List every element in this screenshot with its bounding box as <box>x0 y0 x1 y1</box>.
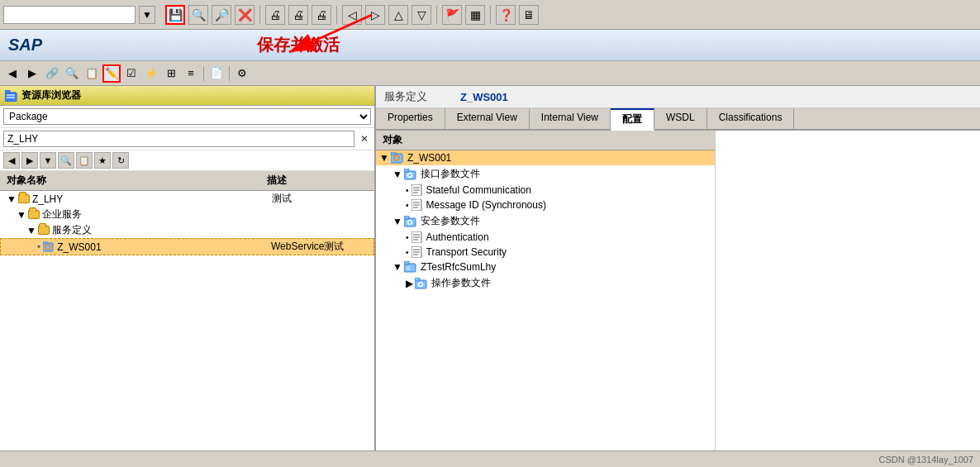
obj-label-security: 安全参数文件 <box>421 214 711 228</box>
layout2-icon: ≡ <box>188 67 194 79</box>
activate-icon: ⚡ <box>145 67 158 79</box>
tree-label-z-ws001: Z_WS001 <box>57 241 271 253</box>
check-btn[interactable]: ☑ <box>122 64 140 83</box>
obj-row-interface-params[interactable]: ▼ 接口参数文件 <box>376 165 715 183</box>
folder-icon-z-lhy <box>18 194 30 203</box>
layout2-btn[interactable]: ≡ <box>182 64 200 83</box>
package-dropdown[interactable]: Package <box>3 108 371 125</box>
browser-refresh-btn[interactable]: ↻ <box>112 152 129 169</box>
back-icon: ◀ <box>8 67 17 79</box>
browser-search-btn[interactable]: 🔍 <box>58 152 74 169</box>
settings-btn[interactable]: ⚙ <box>233 64 251 83</box>
right-panel: 服务定义 Z_WS001 Properties External View In… <box>376 86 980 450</box>
separator-2 <box>336 6 337 24</box>
find-button[interactable]: 🔍 <box>188 5 208 25</box>
search2-btn[interactable]: 🔍 <box>63 64 81 83</box>
obj-row-z-ws001[interactable]: ▼ Z_WS001 <box>376 150 715 165</box>
tree-bullet: • <box>37 241 40 253</box>
search2-icon: 🔍 <box>65 67 78 79</box>
obj-row-rfc[interactable]: ▼ ⚙ ZTestRfcSumLhy <box>376 260 715 274</box>
help-button[interactable]: ❓ <box>496 5 516 25</box>
left-panel: 资源库浏览器 Package ✕ ◀ ▶ ▼ 🔍 📋 ★ ↻ 对象名称 描述 <box>0 86 376 450</box>
browser-fwd-btn[interactable]: ▶ <box>21 152 38 169</box>
copy-btn[interactable]: 📋 <box>83 64 101 83</box>
nav-fwd-button[interactable]: ▷ <box>365 5 385 25</box>
tabs-row: Properties External View Internal View 配… <box>376 108 980 131</box>
panel-title-icon <box>5 90 18 102</box>
forward-icon: ▶ <box>28 67 36 79</box>
tree-item-service-def[interactable]: ▼ 服务定义 <box>0 222 374 238</box>
clear-button[interactable]: ✕ <box>358 132 371 145</box>
obj-label-auth: Authentication <box>426 231 711 243</box>
tab-internal-view[interactable]: Internal View <box>530 108 611 129</box>
print-button[interactable]: 🖨 <box>265 5 285 25</box>
hierarchy-icon: 🔗 <box>45 67 59 79</box>
browser-filter-btn[interactable]: ▼ <box>40 152 56 169</box>
tree-item-enterprise[interactable]: ▼ 企业服务 <box>0 207 374 222</box>
flag-icon: 🚩 <box>445 8 459 21</box>
obj-label-rfc: ZTestRfcSumLhy <box>421 261 711 273</box>
right-content-area: 对象 ▼ Z_WS001 ▼ <box>376 131 980 450</box>
col-header-desc: 描述 <box>264 172 371 189</box>
tree-item-z-lhy[interactable]: ▼ Z_LHY 测试 <box>0 191 374 207</box>
tab-classifications[interactable]: Classifications <box>707 108 795 129</box>
obj-doc-icon-4 <box>412 246 423 258</box>
save-activate-button[interactable]: 💾 <box>165 5 185 25</box>
obj-label-transport: Transport Security <box>426 246 711 258</box>
obj-row-transport[interactable]: • Transport Security <box>376 245 715 260</box>
forward-btn[interactable]: ▶ <box>23 64 41 83</box>
obj-label-z-ws001: Z_WS001 <box>407 152 711 164</box>
obj-row-stateful[interactable]: • Stateful Communication <box>376 183 715 198</box>
obj-row-operation-params[interactable]: ▶ 操作参数文件 <box>376 274 715 292</box>
search-input[interactable] <box>3 131 354 147</box>
svg-rect-38 <box>415 278 420 281</box>
svg-rect-35 <box>404 261 409 264</box>
layout-button[interactable]: ▦ <box>465 5 485 25</box>
obj-label-interface: 接口参数文件 <box>421 167 711 181</box>
separator-4 <box>490 6 491 24</box>
save-annotation-text: 保存并激活 <box>257 34 340 56</box>
hierarchy-btn[interactable]: 🔗 <box>43 64 61 83</box>
obj-expand-3: ▼ <box>392 261 402 273</box>
obj-row-security-params[interactable]: ▼ 安全参数文件 <box>376 212 715 230</box>
tab-external-view[interactable]: External View <box>445 108 530 129</box>
command-dropdown[interactable]: ▼ <box>139 6 155 24</box>
nav-back-button[interactable]: ◁ <box>342 5 362 25</box>
tree-label-z-lhy: Z_LHY <box>32 193 272 205</box>
svg-rect-13 <box>404 169 409 172</box>
browser-copy2-btn[interactable]: 📋 <box>76 152 93 169</box>
tab-config[interactable]: 配置 <box>611 108 654 131</box>
service-name: Z_WS001 <box>460 91 508 103</box>
browser-star-btn[interactable]: ★ <box>94 152 111 169</box>
print2-button[interactable]: 🖨 <box>288 5 308 25</box>
close-search-button[interactable]: ❌ <box>235 5 255 25</box>
obj-expand-0: ▼ <box>379 152 389 164</box>
svg-rect-7 <box>43 241 47 244</box>
nav-down-icon: ▽ <box>417 8 426 21</box>
sec-sep-1 <box>203 66 204 81</box>
nav-up-button[interactable]: △ <box>388 5 408 25</box>
paste-btn[interactable]: 📄 <box>207 64 226 83</box>
obj-ws-icon <box>391 152 404 164</box>
edit-button[interactable]: ✏️ <box>102 64 121 83</box>
monitor-button[interactable]: 🖥 <box>519 5 539 25</box>
activate-btn[interactable]: ⚡ <box>142 64 160 83</box>
browser-back-btn[interactable]: ◀ <box>3 152 20 169</box>
svg-rect-4 <box>7 94 15 96</box>
print3-button[interactable]: 🖨 <box>312 5 331 25</box>
tab-wsdl[interactable]: WSDL <box>654 108 707 129</box>
browser-toolbar: ◀ ▶ ▼ 🔍 📋 ★ ↻ <box>0 150 374 171</box>
panel-title: 资源库浏览器 <box>0 86 374 106</box>
tree-item-z-ws001[interactable]: • Z_WS001 WebService测试 <box>0 238 374 255</box>
table-btn[interactable]: ⊞ <box>162 64 180 83</box>
search-button[interactable]: 🔎 <box>212 5 231 25</box>
tab-properties[interactable]: Properties <box>376 108 445 129</box>
obj-row-message-id[interactable]: • Message ID (Synchronous) <box>376 198 715 212</box>
command-input[interactable] <box>3 6 136 24</box>
tree-desc-z-ws001: WebService测试 <box>271 240 370 254</box>
sec-sep-2 <box>229 66 230 81</box>
back-btn[interactable]: ◀ <box>3 64 21 83</box>
obj-row-auth[interactable]: • Authentication <box>376 230 715 245</box>
flag-button[interactable]: 🚩 <box>442 5 462 25</box>
nav-down-button[interactable]: ▽ <box>412 5 431 25</box>
